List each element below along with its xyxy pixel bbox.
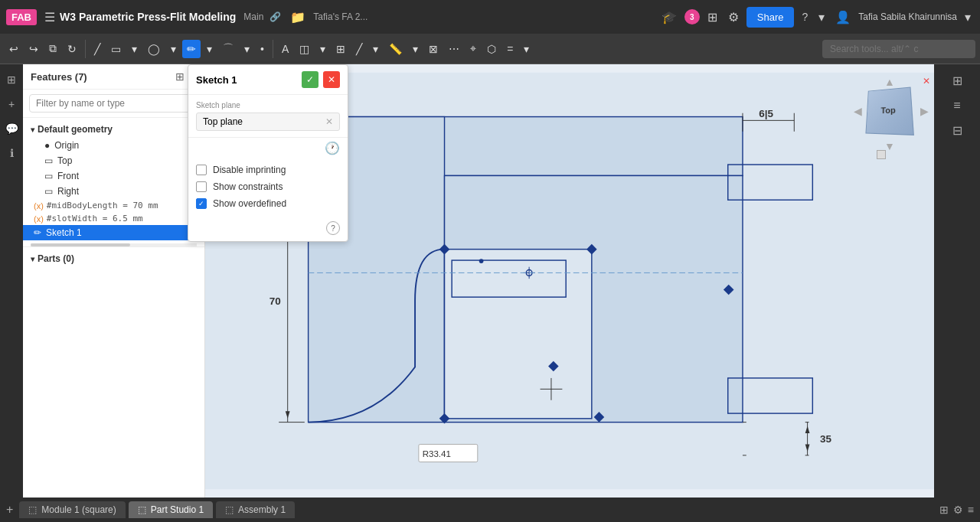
disable-imprinting-checkbox[interactable] [196,165,207,175]
rect-dropdown[interactable]: ▾ [127,40,142,58]
trim-button[interactable]: ╱ [351,40,367,58]
sidebar-item-origin[interactable]: ● Origin [23,138,204,153]
sketch-confirm-button[interactable]: ✓ [302,71,318,88]
measure-button[interactable]: ⊠ [424,40,443,58]
partstudio1-label: Part Studio 1 [151,504,204,515]
mirror-button[interactable]: ⬡ [482,40,501,58]
copy-button[interactable]: ⧉ [44,39,61,58]
plane-icon-front: ▭ [44,171,53,181]
redo-button[interactable]: ↪ [24,40,43,58]
sketch-plane-value[interactable]: Top plane ✕ [196,113,340,131]
sketch-help: ? [188,218,348,241]
option-show-overdefined[interactable]: ✓ Show overdefined [196,195,340,212]
sidebar-item-right[interactable]: ▭ Right [23,184,204,199]
tab-partstudio1[interactable]: ⬚ Part Studio 1 [129,501,213,518]
graduation-icon[interactable]: 🎓 [658,7,680,28]
tab-module1[interactable]: ⬚ Module 1 (square) [19,501,125,518]
filter-input[interactable] [29,94,198,113]
ruler-button[interactable]: 📏 [384,40,407,58]
show-overdefined-checkbox[interactable]: ✓ [196,198,207,209]
sidebar-add-btn[interactable]: ⊞ [175,70,185,83]
chevron-down-icon: ▾ [31,126,34,134]
help-chevron[interactable]: ▾ [815,7,828,28]
sidebar-item-front[interactable]: ▭ Front [23,168,204,184]
nav-right-arrow[interactable]: ▶ [920,105,929,117]
app-title: W3 Parametric Press-Flit Modeling [60,11,236,23]
assembly1-icon: ⬚ [225,504,234,515]
view-icon-iso[interactable] [877,150,886,159]
front-label: Front [57,171,79,181]
right-panel-btn2[interactable]: ≡ [950,96,963,116]
info-btn[interactable]: ℹ [7,144,17,162]
undo-button[interactable]: ↩ [5,40,23,58]
tab-assembly1[interactable]: ⬚ Assembly 1 [216,501,295,518]
sidebar-item-top[interactable]: ▭ Top [23,153,204,168]
sidebar-item-sketch1[interactable]: ✏ Sketch 1 [23,225,204,240]
rotate-button[interactable]: ↻ [63,40,81,58]
option-show-constraints[interactable]: Show constraints [196,178,340,195]
ruler-dropdown[interactable]: ▾ [408,40,423,58]
top-label: Top [57,155,72,166]
notification-button[interactable]: 3 [684,9,700,24]
sketch-dropdown[interactable]: ▾ [202,40,217,58]
right-panel-btn3[interactable]: ⊟ [949,120,965,141]
user-avatar[interactable]: 👤 [832,7,854,28]
line-button[interactable]: ╱ [90,40,105,58]
circle-button[interactable]: ◯ [143,40,165,58]
share-button[interactable]: Share [746,7,795,28]
sketch-panel-header: Sketch 1 ✓ ✕ [188,65,348,95]
snap-button[interactable]: ⌖ [466,39,481,58]
search-input[interactable] [822,40,975,58]
equal-button[interactable]: = [502,40,518,58]
origin-icon: ● [44,140,50,151]
plane-close-icon[interactable]: ✕ [325,116,333,127]
link-icon: 🔗 [270,11,281,22]
sketch-help-button[interactable]: ? [326,221,340,235]
rect-button[interactable]: ▭ [106,40,126,58]
construction-dropdown[interactable]: ▾ [315,40,330,58]
parts-header[interactable]: ▾ Parts (0) [23,250,204,267]
bottom-icon2[interactable]: ⚙ [953,504,963,516]
right-panel-btn1[interactable]: ⊞ [949,70,965,91]
nav-cube-close[interactable]: ✕ [923,76,930,86]
hamburger-menu[interactable]: ☰ [44,10,55,24]
grid-icon[interactable]: ⊞ [704,7,720,28]
nav-cube-face[interactable]: Top [865,87,914,135]
show-constraints-checkbox[interactable] [196,181,207,192]
sketch-icon: ✏ [34,227,41,238]
text-button[interactable]: A [277,40,293,58]
pattern-button[interactable]: ⊞ [332,40,350,58]
folder-icon: 📁 [287,7,309,28]
default-geometry-header[interactable]: ▾ Default geometry [23,121,204,138]
point-button[interactable]: • [256,40,269,58]
plane-icon: ▭ [44,155,53,166]
option-disable-imprinting[interactable]: Disable imprinting [196,161,340,178]
sketch-plane-label: Sketch plane [196,101,340,109]
trim-dropdown[interactable]: ▾ [368,40,383,58]
nav-cube-label: Top [881,106,896,115]
left-mini-toolbar: ⊞ + 💬 ℹ [0,64,23,498]
show-overdefined-label: Show overdefined [213,198,286,209]
more-button[interactable]: ⋯ [444,40,464,58]
zoom-btn[interactable]: + [5,95,18,113]
view-mode-btn[interactable]: ⊞ [4,70,19,89]
help-button[interactable]: ? [799,8,811,26]
circle-dropdown[interactable]: ▾ [166,40,181,58]
arc-dropdown[interactable]: ▾ [240,40,254,58]
show-constraints-label: Show constraints [213,181,283,192]
sketch-cancel-button[interactable]: ✕ [323,71,340,88]
nav-left-arrow[interactable]: ◀ [854,105,862,117]
bottom-icon3[interactable]: ≡ [968,504,974,516]
module1-icon: ⬚ [28,504,37,515]
nav-up-arrow[interactable]: ▲ [884,76,895,88]
user-chevron[interactable]: ▾ [962,7,974,28]
bottom-icon1[interactable]: ⊞ [939,504,949,516]
equal-dropdown[interactable]: ▾ [519,40,534,58]
construction-button[interactable]: ◫ [295,40,314,58]
add-tab-button[interactable]: + [6,503,13,517]
tree-section: ▾ Default geometry ● Origin ▭ Top ▭ Fron… [23,118,204,243]
sketch-button[interactable]: ✏ [182,40,201,58]
comment-btn[interactable]: 💬 [2,119,21,138]
settings-icon[interactable]: ⚙ [725,7,742,28]
arc-button[interactable]: ⌒ [218,39,238,59]
